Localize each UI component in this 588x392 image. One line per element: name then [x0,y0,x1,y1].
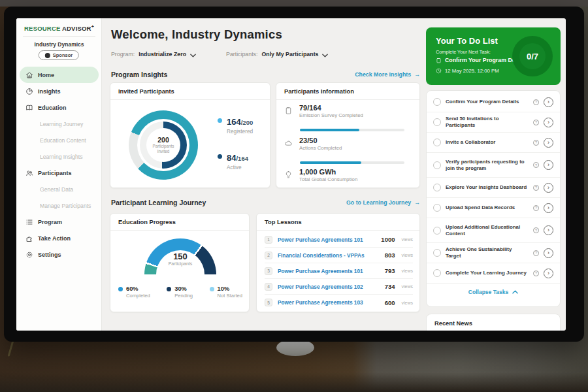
sidebar-item-manage-participants[interactable]: Manage Participants [16,197,102,214]
sidebar-item-label: Learning Journey [40,121,83,127]
task-chevron-button[interactable]: › [544,183,553,193]
program-filter: Program: Industrialize Zero [111,51,196,57]
task-chevron-button[interactable]: › [544,248,553,258]
task-chevron-button[interactable]: › [544,269,553,278]
stat-value: 79/164 [299,104,363,112]
collapse-label: Collapse Tasks [468,289,508,295]
sidebar-item-education[interactable]: Education [16,99,102,116]
task-chevron-button[interactable]: › [544,203,553,213]
task-row[interactable]: Upload Spend Data Records ? › [427,198,560,218]
task-checkbox[interactable] [433,98,441,106]
task-chevron-button[interactable]: › [544,97,553,107]
check-more-insights-link[interactable]: Check More Insights → [355,71,420,78]
chevron-right-icon: › [547,204,549,211]
task-checkbox[interactable] [433,249,441,257]
bulb-icon [284,170,293,178]
task-row[interactable]: Send 50 Invitations to Participants ? › [427,112,560,133]
card-title: Top Lessons [257,214,419,231]
task-checkbox[interactable] [433,204,441,212]
chevron-down-icon[interactable] [322,52,328,56]
lesson-link[interactable]: Power Purchase Agreements 103 [278,299,380,306]
task-checkbox[interactable] [433,139,441,146]
gauge-legend: 60% Completed 30% Pending [118,286,242,299]
task-label: Invite a Collaborator [446,139,529,146]
chevron-right-icon: › [547,119,549,125]
task-checkbox[interactable] [433,118,441,126]
lesson-row: 4 Power Purchase Agreements 102 734 view… [265,279,413,295]
task-checkbox[interactable] [433,161,441,169]
sidebar-item-label: Insights [38,88,61,95]
lesson-rank: 5 [265,299,272,306]
lesson-link[interactable]: Power Purchase Agreements 101 [278,237,376,243]
stat-label: Total Global Consumption [299,176,357,182]
todo-title: Your To Do List [436,36,498,46]
task-row[interactable]: Invite a Collaborator ? › [427,133,560,153]
legend-total: /164 [236,155,248,162]
task-row[interactable]: Complete Your Learning Journey ? › [427,263,560,284]
legend-dot [167,287,171,291]
sidebar-item-general-data[interactable]: General Data [16,181,102,197]
lesson-link[interactable]: Power Purchase Agreements 102 [278,284,380,290]
task-row[interactable]: Achieve One Sustainability Target ? › [427,243,560,263]
sidebar-item-settings[interactable]: Settings [16,246,102,263]
task-chevron-button[interactable]: › [544,160,553,170]
task-row[interactable]: Explore Your Insights Dashboard ? › [427,178,560,198]
learning-journey-header: Participant Learning Journey Go to Learn… [111,199,420,206]
info-icon[interactable]: ? [533,227,539,233]
sponsor-icon [45,53,50,58]
task-checkbox[interactable] [433,227,441,235]
participants-filter-label: Participants: [226,51,257,57]
donut-center-value: 200 [157,136,169,144]
task-row[interactable]: Verify participants requesting to join t… [427,153,560,178]
app-logo: RESOURCE ADVISOR+ [16,24,102,32]
task-chevron-button[interactable]: › [544,118,553,127]
info-icon[interactable]: ? [533,120,539,125]
sidebar-item-participants[interactable]: Participants [16,165,102,181]
survey-icon [284,106,293,114]
sidebar-item-insights[interactable]: Insights [16,83,102,99]
program-icon [25,218,33,226]
task-chevron-button[interactable]: › [544,225,553,235]
sidebar-item-learning-insights[interactable]: Learning Insights [16,148,102,165]
info-icon[interactable]: ? [533,250,539,256]
lesson-row: 1 Power Purchase Agreements 101 1000 vie… [265,232,413,248]
todo-summary-card: Your To Do List Complete Your Next Task:… [426,27,561,85]
participants-information-card: Participants Information 79/164 Emission… [276,82,420,188]
sponsor-badge[interactable]: Sponsor [39,50,79,60]
info-icon[interactable]: ? [533,162,539,168]
chevron-up-icon [512,289,518,295]
task-row[interactable]: Upload Additional Educational Content ? … [427,218,560,243]
task-checkbox[interactable] [433,269,441,277]
sidebar-item-label: General Data [40,186,73,193]
donut-center: 200 Participants Invited [146,128,180,162]
settings-icon [25,251,33,259]
collapse-tasks-link[interactable]: Collapse Tasks [427,284,560,301]
link-label: Check More Insights [355,71,411,78]
info-icon[interactable]: ? [533,205,539,211]
info-icon[interactable]: ? [533,185,539,191]
task-chevron-button[interactable]: › [544,138,553,148]
chevron-right-icon: › [547,270,549,276]
sidebar-item-take-action[interactable]: Take Action [16,230,102,246]
go-to-learning-journey-link[interactable]: Go to Learning Journey → [346,199,420,206]
lesson-link[interactable]: Power Purchase Agreements 101 [278,268,380,274]
info-icon[interactable]: ? [533,270,539,276]
recent-news-card: Recent News [426,314,561,331]
chevron-down-icon[interactable] [190,52,196,56]
logo-advisor: ADVISOR [62,25,91,32]
sidebar-item-program[interactable]: Program [16,214,102,230]
lesson-views: 1000 [381,236,395,243]
program-dropdown[interactable]: Industrialize Zero [139,51,186,57]
task-checkbox[interactable] [433,184,441,191]
legend-value: 10% [218,286,242,292]
info-icon[interactable]: ? [533,99,539,105]
sidebar-item-education-content[interactable]: Education Content [16,132,102,148]
task-row[interactable]: Confirm Your Program Details ? › [427,92,560,112]
sidebar-item-home[interactable]: Home [20,67,99,83]
sidebar-item-learning-journey[interactable]: Learning Journey [16,116,102,132]
lesson-link[interactable]: Financial Considerations - VPPAs [278,252,380,259]
stat-global-consumption: 1,000 GWh Total Global Consumption [284,168,413,182]
info-icon[interactable]: ? [533,140,539,146]
legend-completed: 60% Completed [118,286,150,299]
participants-dropdown[interactable]: Only My Participants [261,51,318,57]
